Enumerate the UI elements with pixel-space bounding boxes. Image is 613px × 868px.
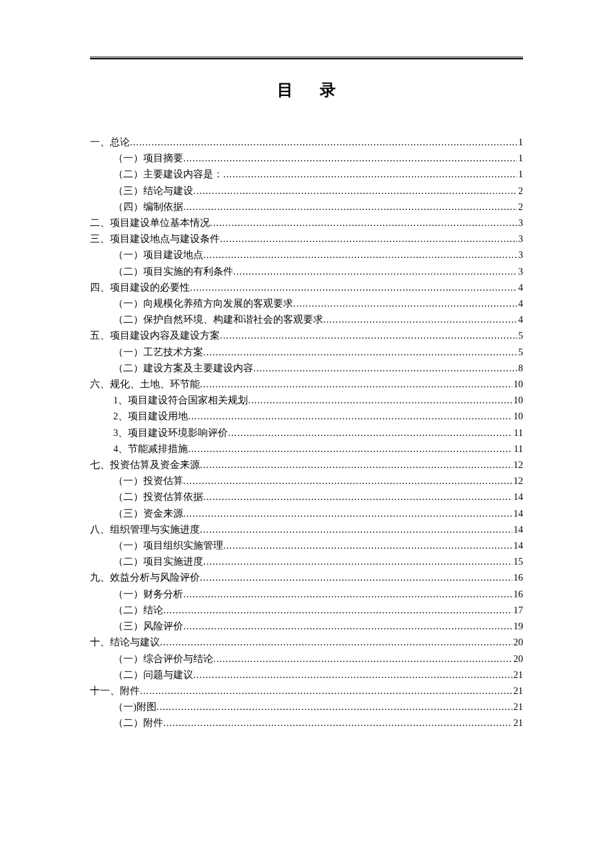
page-title: 目录 [90, 79, 523, 101]
toc-label: 1、项目建设符合国家相关规划 [113, 392, 248, 408]
toc-label: （二）项目实施的有利条件 [113, 263, 233, 279]
toc-entry: 二、项目建设单位基本情况3 [90, 215, 523, 231]
toc-label: 十、结论与建议 [90, 634, 160, 650]
toc-entry: （一）项目组织实施管理14 [90, 537, 523, 553]
toc-leader-dots [163, 715, 512, 731]
toc-leader-dots [220, 327, 517, 343]
toc-page-number: 5 [517, 344, 523, 360]
toc-leader-dots [233, 263, 517, 279]
toc-leader-dots [220, 231, 517, 247]
toc-leader-dots [293, 295, 517, 311]
toc-leader-dots [253, 360, 517, 376]
toc-label: （二）建设方案及主要建设内容 [113, 360, 253, 376]
toc-label: （一）工艺技术方案 [113, 344, 203, 360]
toc-label: （一）项目组织实施管理 [113, 537, 223, 553]
toc-label: （一）投资估算 [113, 473, 183, 489]
toc-label: （四）编制依据 [113, 199, 183, 215]
toc-label: （一)附图 [113, 699, 157, 715]
toc-label: （二）附件 [113, 715, 163, 731]
toc-entry: 七、投资估算及资金来源12 [90, 457, 523, 473]
toc-leader-dots [140, 683, 512, 699]
toc-entry: （一）项目摘要1 [90, 150, 523, 166]
toc-entry: 六、规化、土地、环节能10 [90, 376, 523, 392]
toc-leader-dots [203, 344, 517, 360]
toc-leader-dots [203, 553, 512, 569]
toc-leader-dots [183, 505, 512, 521]
toc-entry: 一、总论1 [90, 134, 523, 150]
toc-leader-dots [203, 247, 517, 263]
toc-leader-dots [200, 521, 512, 537]
toc-label: 八、组织管理与实施进度 [90, 521, 200, 537]
toc-entry: （一）向规模化养殖方向发展的客观要求4 [90, 295, 523, 311]
toc-entry: （二）主要建设内容是：1 [90, 166, 523, 182]
toc-label: （一）综合评价与结论 [113, 651, 213, 667]
toc-page-number: 21 [512, 683, 524, 699]
toc-label: （二）结论 [113, 602, 163, 618]
toc-leader-dots [213, 651, 512, 667]
toc-page-number: 16 [512, 586, 524, 602]
toc-leader-dots [183, 586, 512, 602]
toc-leader-dots [183, 618, 512, 634]
toc-leader-dots [190, 279, 517, 295]
toc-page-number: 15 [512, 553, 524, 569]
toc-entry: 五、项目建设内容及建设方案5 [90, 327, 523, 343]
toc-page-number: 2 [517, 183, 523, 199]
toc-leader-dots [203, 489, 512, 505]
toc-leader-dots [210, 215, 517, 231]
toc-page-number: 3 [517, 231, 523, 247]
toc-page-number: 16 [512, 569, 524, 585]
toc-label: 七、投资估算及资金来源 [90, 457, 200, 473]
toc-page-number: 1 [517, 134, 523, 150]
toc-page-number: 10 [512, 376, 524, 392]
toc-page-number: 21 [512, 715, 524, 731]
toc-entry: （二）问题与建议21 [90, 667, 523, 683]
toc-entry: （一）财务分析16 [90, 586, 523, 602]
toc-page-number: 14 [512, 537, 524, 553]
toc-leader-dots [200, 457, 512, 473]
toc-entry: （四）编制依据2 [90, 199, 523, 215]
toc-leader-dots [223, 166, 517, 182]
toc-page-number: 8 [517, 360, 523, 376]
toc-page-number: 2 [517, 199, 523, 215]
toc-leader-dots [188, 441, 512, 457]
toc-entry: （一）工艺技术方案5 [90, 344, 523, 360]
toc-entry: （一）投资估算12 [90, 473, 523, 489]
toc-leader-dots [193, 183, 517, 199]
toc-page-number: 4 [517, 295, 523, 311]
toc-page-number: 14 [512, 489, 524, 505]
toc-label: （一）向规模化养殖方向发展的客观要求 [113, 295, 293, 311]
toc-leader-dots [160, 634, 512, 650]
toc-leader-dots [323, 311, 517, 327]
toc-entry: （三）资金来源14 [90, 505, 523, 521]
toc-leader-dots [200, 376, 512, 392]
toc-leader-dots [183, 473, 512, 489]
toc-label: （三）资金来源 [113, 505, 183, 521]
header-rule [90, 57, 523, 59]
toc-leader-dots [157, 699, 512, 715]
toc-label: 2、项目建设用地 [113, 408, 188, 424]
toc-entry: 三、项目建设地点与建设条件3 [90, 231, 523, 247]
toc-label: 六、规化、土地、环节能 [90, 376, 200, 392]
toc-label: （二）项目实施进度 [113, 553, 203, 569]
toc-leader-dots [193, 667, 512, 683]
toc-entry: （三）结论与建设2 [90, 183, 523, 199]
toc-page-number: 21 [512, 699, 524, 715]
toc-page-number: 10 [512, 408, 524, 424]
toc-label: 十一、附件 [90, 683, 140, 699]
toc-label: （三）结论与建设 [113, 183, 193, 199]
toc-label: 九、效益分析与风险评价 [90, 569, 200, 585]
toc-page-number: 1 [517, 166, 523, 182]
toc-label: 4、节能减排措施 [113, 441, 188, 457]
toc-page-number: 20 [512, 651, 524, 667]
toc-entry: （二）建设方案及主要建设内容8 [90, 360, 523, 376]
toc-page-number: 3 [517, 263, 523, 279]
toc-label: （一）项目摘要 [113, 150, 183, 166]
toc-entry: （二）投资估算依据14 [90, 489, 523, 505]
toc-label: （二）问题与建议 [113, 667, 193, 683]
toc-label: 四、项目建设的必要性 [90, 279, 190, 295]
toc-page-number: 3 [517, 215, 523, 231]
toc-leader-dots [130, 134, 517, 150]
toc-entry: （二）附件21 [90, 715, 523, 731]
toc-entry: 八、组织管理与实施进度14 [90, 521, 523, 537]
toc-label: （二）投资估算依据 [113, 489, 203, 505]
